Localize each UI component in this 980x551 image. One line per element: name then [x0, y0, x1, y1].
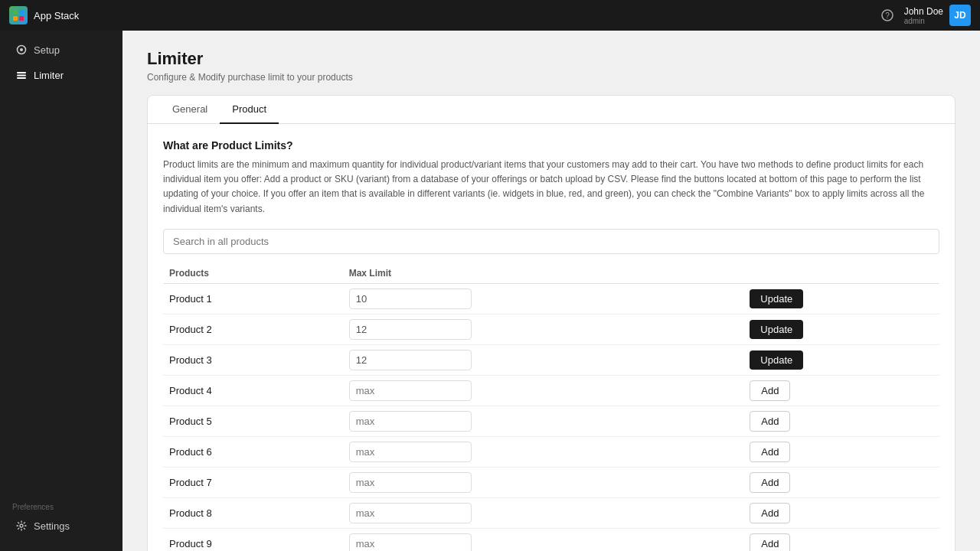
search-input[interactable] — [163, 229, 939, 254]
section-title: What are Product Limits? — [163, 139, 939, 152]
add-button[interactable]: Add — [750, 503, 790, 523]
sidebar-item-settings-label: Settings — [34, 520, 70, 532]
update-button[interactable]: Update — [750, 350, 803, 370]
max-limit-input[interactable] — [349, 319, 472, 340]
sidebar-item-setup-label: Setup — [34, 44, 60, 56]
max-limit-cell — [343, 528, 744, 551]
max-limit-input[interactable] — [349, 380, 472, 401]
svg-rect-1 — [19, 10, 24, 15]
tabs-bar: General Product — [148, 96, 955, 124]
layout: Setup Limiter Preferences — [0, 31, 980, 551]
action-cell: Update — [743, 314, 939, 344]
tab-product[interactable]: Product — [220, 96, 279, 124]
sidebar-item-settings[interactable]: Settings — [3, 514, 119, 538]
page-title: Limiter — [147, 49, 956, 69]
table-row: Product 2Update — [163, 314, 939, 344]
preferences-label: Preferences — [0, 500, 122, 513]
sidebar-item-setup[interactable]: Setup — [3, 37, 119, 62]
update-button[interactable]: Update — [750, 320, 803, 339]
max-limit-input[interactable] — [349, 503, 472, 523]
max-limit-cell — [343, 344, 744, 375]
settings-icon — [15, 520, 28, 532]
max-limit-input[interactable] — [349, 442, 472, 462]
max-limit-cell — [343, 406, 744, 436]
help-button[interactable]: ? — [877, 5, 898, 26]
main-card: General Product What are Product Limits?… — [147, 95, 956, 551]
product-name: Product 8 — [163, 497, 343, 528]
col-products: Products — [163, 263, 343, 284]
add-button[interactable]: Add — [750, 533, 790, 551]
user-info: John Doe admin — [904, 6, 943, 25]
table-row: Product 4Add — [163, 375, 939, 406]
table-row: Product 7Add — [163, 467, 939, 497]
svg-rect-10 — [17, 77, 26, 79]
table-row: Product 8Add — [163, 497, 939, 528]
product-name: Product 3 — [163, 344, 343, 375]
svg-point-11 — [20, 524, 23, 527]
user-avatar[interactable]: JD — [949, 5, 971, 26]
table-row: Product 3Update — [163, 344, 939, 375]
add-button[interactable]: Add — [750, 380, 790, 401]
table-row: Product 9Add — [163, 528, 939, 551]
sidebar-item-limiter[interactable]: Limiter — [3, 63, 119, 87]
sidebar: Setup Limiter Preferences — [0, 31, 122, 551]
product-name: Product 6 — [163, 436, 343, 467]
max-limit-input[interactable] — [349, 411, 472, 432]
action-cell: Add — [743, 497, 939, 528]
max-limit-cell — [343, 375, 744, 406]
svg-rect-9 — [17, 75, 26, 77]
svg-text:?: ? — [885, 11, 890, 20]
max-limit-cell — [343, 497, 744, 528]
add-button[interactable]: Add — [750, 411, 790, 432]
max-limit-input[interactable] — [349, 472, 472, 493]
topbar-left: App Stack — [9, 6, 79, 24]
add-button[interactable]: Add — [750, 472, 790, 493]
main-content: Limiter Configure & Modify purchase limi… — [122, 31, 980, 551]
section-desc: Product limits are the minimum and maxim… — [163, 158, 939, 217]
card-content: What are Product Limits? Product limits … — [148, 124, 955, 551]
user-name: John Doe — [904, 6, 943, 17]
tab-general[interactable]: General — [160, 96, 220, 124]
update-button[interactable]: Update — [750, 289, 803, 308]
product-name: Product 2 — [163, 314, 343, 344]
setup-icon — [15, 44, 28, 56]
action-cell: Add — [743, 436, 939, 467]
col-max-limit: Max Limit — [343, 263, 744, 284]
svg-rect-3 — [19, 16, 24, 21]
sidebar-item-limiter-label: Limiter — [34, 70, 64, 81]
table-row: Product 5Add — [163, 406, 939, 436]
product-name: Product 1 — [163, 283, 343, 314]
svg-rect-8 — [17, 72, 26, 73]
product-name: Product 9 — [163, 528, 343, 551]
user-role: admin — [904, 17, 943, 25]
max-limit-input[interactable] — [349, 533, 472, 551]
action-cell: Add — [743, 528, 939, 551]
action-cell: Add — [743, 467, 939, 497]
app-name: App Stack — [34, 10, 79, 21]
topbar: App Stack ? John Doe admin JD — [0, 0, 980, 31]
table-row: Product 1Update — [163, 283, 939, 314]
app-logo — [9, 6, 28, 24]
limiter-icon — [15, 69, 28, 81]
sidebar-top: Setup Limiter — [0, 37, 122, 88]
product-name: Product 7 — [163, 467, 343, 497]
max-limit-cell — [343, 436, 744, 467]
max-limit-input[interactable] — [349, 350, 472, 370]
action-cell: Add — [743, 406, 939, 436]
max-limit-cell — [343, 314, 744, 344]
topbar-right: ? John Doe admin JD — [877, 5, 971, 26]
svg-point-7 — [20, 48, 23, 51]
product-name: Product 4 — [163, 375, 343, 406]
max-limit-input[interactable] — [349, 289, 472, 309]
max-limit-cell — [343, 467, 744, 497]
product-name: Product 5 — [163, 406, 343, 436]
sidebar-bottom: Preferences Settings — [0, 500, 122, 545]
action-cell: Update — [743, 283, 939, 314]
table-row: Product 6Add — [163, 436, 939, 467]
add-button[interactable]: Add — [750, 442, 790, 462]
page-subtitle: Configure & Modify purchase limit to you… — [147, 72, 956, 83]
svg-rect-2 — [13, 16, 18, 21]
svg-rect-0 — [13, 10, 18, 15]
product-table: Products Max Limit Product 1UpdateProduc… — [163, 263, 939, 551]
max-limit-cell — [343, 283, 744, 314]
